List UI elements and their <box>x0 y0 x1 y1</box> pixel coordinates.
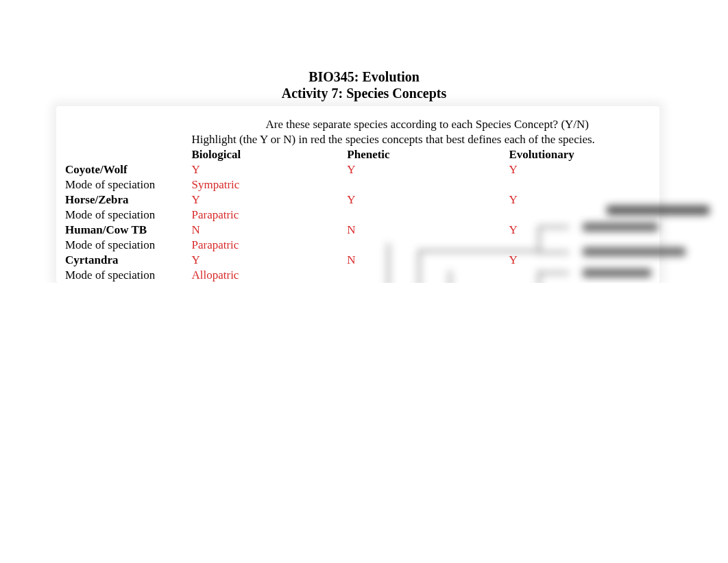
table-row: Horse/Zebra Y Y Y <box>62 192 666 208</box>
answer-cell: Y <box>189 253 344 268</box>
course-title: BIO345: Evolution <box>0 68 728 85</box>
mode-label: Mode of speciation <box>62 177 189 192</box>
col-header-evolutionary: Evolutionary <box>506 147 666 162</box>
table-row: Mode of speciation Parapatric <box>62 208 666 223</box>
row-label: Coyote/Wolf <box>62 162 189 177</box>
col-header-biological: Biological <box>189 147 344 162</box>
table-row: Mode of speciation Sympatric <box>62 177 666 192</box>
mode-label: Mode of speciation <box>62 208 189 223</box>
mode-value: Sympatric <box>189 177 344 192</box>
answer-cell: Y <box>506 223 666 238</box>
mode-value: Parapatric <box>189 208 344 223</box>
table-row: Mode of speciation Parapatric <box>62 238 666 253</box>
answer-cell: Y <box>506 253 666 268</box>
mode-value: Parapatric <box>189 238 344 253</box>
table-row: Human/Cow TB N N Y <box>62 223 666 238</box>
species-concepts-table: Are these separate species according to … <box>62 114 666 283</box>
table-row: Mode of speciation Allopatric <box>62 268 666 283</box>
instruction-text: Highlight (the Y or N) in red the specie… <box>189 132 666 147</box>
answer-cell: Y <box>344 192 506 208</box>
answer-cell: N <box>344 223 506 238</box>
answer-cell: Y <box>506 162 666 177</box>
mode-label: Mode of speciation <box>62 238 189 253</box>
answer-cell: N <box>189 223 344 238</box>
answer-cell: N <box>344 253 506 268</box>
answer-cell: Y <box>189 192 344 208</box>
col-header-phenetic: Phenetic <box>344 147 506 162</box>
table-row: Cyrtandra Y N Y <box>62 253 666 268</box>
question-text: Are these separate species according to … <box>189 114 666 132</box>
row-label: Human/Cow TB <box>62 223 189 238</box>
mode-label: Mode of speciation <box>62 268 189 283</box>
row-label: Horse/Zebra <box>62 192 189 208</box>
answer-cell: Y <box>189 162 344 177</box>
row-label: Cyrtandra <box>62 253 189 268</box>
table-row: Coyote/Wolf Y Y Y <box>62 162 666 177</box>
answer-cell: Y <box>506 192 666 208</box>
activity-title: Activity 7: Species Concepts <box>0 85 728 101</box>
answer-cell: Y <box>344 162 506 177</box>
title-block: BIO345: Evolution Activity 7: Species Co… <box>0 68 728 101</box>
mode-value: Allopatric <box>189 268 344 283</box>
